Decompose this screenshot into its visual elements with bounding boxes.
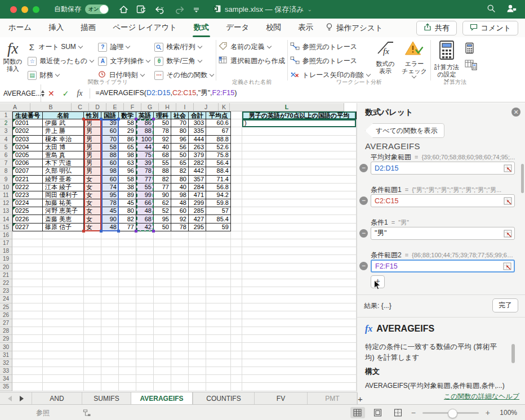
empty-cell[interactable]	[136, 255, 154, 263]
empty-cell[interactable]	[189, 295, 206, 303]
argument-input-条件1[interactable]: "男"	[371, 227, 515, 240]
cell-score[interactable]: 58	[119, 176, 136, 184]
column-header-J[interactable]: J	[194, 103, 219, 111]
empty-cell[interactable]	[154, 247, 171, 255]
ribbon-button-参照元のトレース[interactable]: 参照元のトレース	[290, 40, 370, 54]
sheet-tab-FV[interactable]: FV	[254, 392, 307, 405]
cell-student-id[interactable]: 0207	[12, 167, 43, 175]
empty-cell[interactable]	[84, 327, 101, 335]
cell-student-id[interactable]: 0223	[12, 191, 43, 199]
empty-cell[interactable]	[242, 271, 357, 279]
empty-cell[interactable]	[84, 295, 101, 303]
cell-score[interactable]: 82	[119, 215, 136, 223]
empty-cell[interactable]	[119, 303, 136, 311]
cell-score[interactable]: 62	[154, 199, 171, 207]
empty-cell[interactable]	[43, 231, 84, 239]
empty-cell[interactable]	[242, 263, 357, 271]
cell-score[interactable]: 90	[101, 215, 119, 223]
title-chevron-icon[interactable]: ⌄	[308, 6, 312, 12]
zoom-slider[interactable]	[422, 412, 479, 414]
empty-cell[interactable]	[12, 335, 43, 343]
row-header-28[interactable]: 28	[0, 327, 12, 335]
empty-cell[interactable]	[12, 351, 43, 359]
cell-K[interactable]	[231, 176, 242, 184]
range-picker-icon[interactable]	[504, 164, 512, 172]
cell-L[interactable]	[242, 224, 357, 231]
close-pane-button[interactable]: ✕	[511, 108, 520, 117]
cell-score[interactable]: 98	[101, 167, 119, 175]
empty-cell[interactable]	[119, 239, 136, 247]
empty-cell[interactable]	[171, 367, 189, 375]
cell-K[interactable]	[231, 207, 242, 215]
cell-K[interactable]	[231, 199, 242, 207]
cell-score[interactable]: 39	[136, 159, 154, 167]
empty-cell[interactable]	[136, 319, 154, 327]
empty-cell[interactable]	[242, 375, 357, 383]
empty-cell[interactable]	[101, 311, 119, 319]
save-icon[interactable]	[136, 5, 146, 14]
empty-cell[interactable]	[101, 351, 119, 359]
empty-cell[interactable]	[231, 351, 242, 359]
page-break-view-button[interactable]	[391, 407, 406, 418]
empty-cell[interactable]	[231, 303, 242, 311]
cell-score[interactable]: 52	[154, 207, 171, 215]
document-title[interactable]: sample.xlsx — 保存済み	[225, 5, 304, 15]
empty-cell[interactable]	[189, 287, 206, 295]
cell-score[interactable]: 48	[136, 207, 154, 215]
empty-cell[interactable]	[136, 263, 154, 271]
empty-cell[interactable]	[231, 335, 242, 343]
ribbon-button-検索/行列[interactable]: 検索/行列	[154, 40, 213, 54]
row-header-25[interactable]: 25	[0, 303, 12, 311]
empty-cell[interactable]	[154, 343, 171, 351]
function-help-link[interactable]: この関数の詳細なヘルプ	[444, 392, 519, 401]
empty-cell[interactable]	[84, 351, 101, 359]
empty-cell[interactable]	[101, 327, 119, 335]
cell-name[interactable]: 井上 勝	[43, 127, 84, 135]
empty-cell[interactable]	[84, 343, 101, 351]
ribbon-tab-データ[interactable]: データ	[225, 19, 250, 37]
cell-score[interactable]: 68	[136, 215, 154, 223]
empty-cell[interactable]	[43, 271, 84, 279]
empty-cell[interactable]	[119, 327, 136, 335]
cell-K1[interactable]	[231, 111, 242, 119]
empty-cell[interactable]	[101, 231, 119, 239]
empty-cell[interactable]	[171, 231, 189, 239]
empty-cell[interactable]	[171, 255, 189, 263]
page-layout-view-button[interactable]	[371, 407, 385, 418]
cell-L[interactable]	[242, 144, 357, 151]
cell-score[interactable]: 56.8	[206, 184, 231, 191]
cell-score[interactable]: 471	[189, 191, 206, 199]
sheet-tab-AVERAGEIFS[interactable]: AVERAGEIFS	[131, 392, 193, 405]
redo-button[interactable]	[175, 5, 185, 14]
empty-cell[interactable]	[12, 295, 43, 303]
row-header-21[interactable]: 21	[0, 271, 12, 279]
empty-cell[interactable]	[206, 311, 231, 319]
empty-cell[interactable]	[154, 295, 171, 303]
pane-scrollbar[interactable]	[521, 164, 524, 193]
empty-cell[interactable]	[101, 359, 119, 367]
empty-cell[interactable]	[12, 375, 43, 383]
empty-cell[interactable]	[206, 295, 231, 303]
empty-cell[interactable]	[12, 263, 43, 271]
normal-view-button[interactable]	[350, 407, 365, 418]
cell-L[interactable]	[242, 191, 357, 199]
zoom-window-button[interactable]	[33, 6, 39, 13]
cell-score[interactable]: 44	[136, 144, 154, 151]
row-header-34[interactable]: 34	[0, 375, 12, 383]
cell-score[interactable]: 55	[154, 159, 171, 167]
cell-student-id[interactable]: 0204	[12, 144, 43, 151]
empty-cell[interactable]	[154, 231, 171, 239]
empty-cell[interactable]	[231, 271, 242, 279]
empty-cell[interactable]	[154, 319, 171, 327]
cell-K[interactable]	[231, 184, 242, 191]
cell-score[interactable]: 75	[136, 151, 154, 159]
empty-cell[interactable]	[84, 319, 101, 327]
column-header-E[interactable]: E	[106, 103, 124, 111]
cell-name[interactable]: 加藤 祐美	[43, 199, 84, 207]
empty-cell[interactable]	[171, 359, 189, 367]
empty-cell[interactable]	[101, 239, 119, 247]
empty-cell[interactable]	[189, 359, 206, 367]
empty-cell[interactable]	[171, 279, 189, 287]
cell-student-id[interactable]: 0201	[12, 119, 43, 127]
row-header-30[interactable]: 30	[0, 343, 12, 351]
